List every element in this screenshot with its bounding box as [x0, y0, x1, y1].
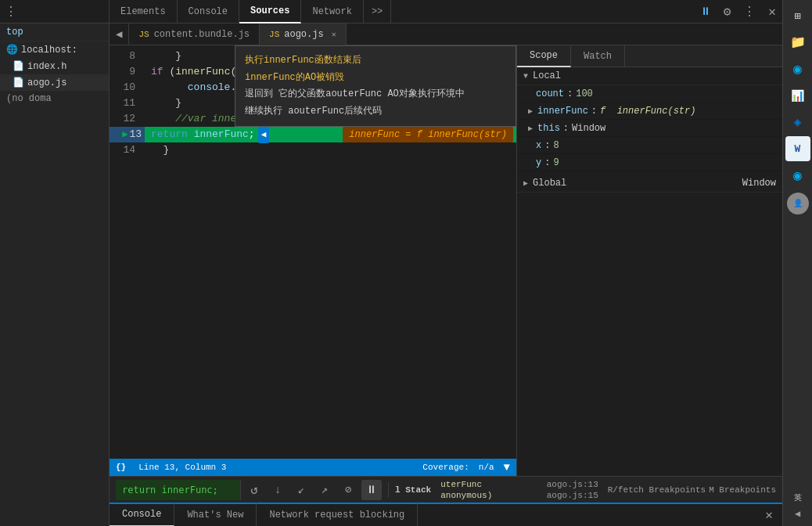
- coverage-dropdown-icon[interactable]: ▼: [504, 461, 510, 474]
- scope-val-count: 100: [576, 88, 593, 99]
- resume-btn[interactable]: ↺: [244, 480, 264, 500]
- code-line-14: 14 }: [110, 142, 516, 158]
- source-file-tabs: ◀ JS content.bundle.js JS aogo.js ✕: [110, 23, 782, 45]
- browser-sidebar-expand[interactable]: ◀: [795, 508, 800, 523]
- tooltip-line3: 退回到 它的父函数aouterFunc AO对象执行环境中: [245, 86, 506, 103]
- code-editor[interactable]: 8 } 9 if (innerFunc("3")) { 10 console.l…: [110, 45, 516, 476]
- main-tab-bar: Elements Console Sources Network >> ⏸ ⚙ …: [110, 0, 782, 23]
- pause-active-icon: ⏸: [694, 5, 717, 18]
- editor-panels-area: 8 } 9 if (innerFunc("3")) { 10 console.l…: [110, 45, 782, 476]
- scope-key-innerfunc: innerFunc: [537, 106, 588, 117]
- coverage-value: n/a: [479, 463, 494, 472]
- pause-btn[interactable]: ⏸: [361, 480, 382, 500]
- scope-entry-innerfunc[interactable]: ▶ innerFunc : f innerFunc(str): [517, 103, 782, 120]
- close-tab-icon[interactable]: ✕: [332, 30, 336, 39]
- scope-key-count: count: [536, 88, 564, 99]
- line-num-11: 11: [110, 95, 145, 111]
- scope-tab-scope[interactable]: Scope: [517, 45, 571, 67]
- tab-elements[interactable]: Elements: [110, 0, 178, 23]
- bottom-tab-console[interactable]: Console: [110, 503, 174, 526]
- tab-sources[interactable]: Sources: [239, 0, 301, 23]
- step-into-btn[interactable]: ↙: [291, 480, 311, 500]
- scope-global-header[interactable]: ▶ Global Window: [517, 175, 782, 193]
- status-bar: {} Line 13, Column 3 Coverage: n/a ▼: [110, 459, 516, 476]
- line-num-9: 9: [110, 64, 145, 80]
- anon-name: anonymous): [440, 491, 492, 500]
- scope-colon-this: :: [563, 123, 569, 134]
- browser-sidebar-lang[interactable]: 英: [794, 489, 802, 506]
- step-out-btn[interactable]: ↗: [314, 480, 335, 500]
- navigator-item-localhost[interactable]: 🌐 localhost:: [0, 41, 109, 58]
- navigator-item-index[interactable]: 📄 index.h: [0, 58, 109, 74]
- scope-entry-x: x : 8: [517, 137, 782, 154]
- browser-sidebar-icon-word[interactable]: W: [785, 136, 810, 161]
- js-bundle-icon: JS: [138, 30, 149, 39]
- format-braces-icon[interactable]: {}: [116, 463, 126, 472]
- dom-breakpoints-label: M Breakpoints: [709, 485, 776, 495]
- outerfunc-file: aogo.js:13: [547, 480, 598, 489]
- code-line-13: ▶13 return innerFunc;◀ innerFunc = f inn…: [110, 127, 516, 142]
- scope-entry-this[interactable]: ▶ this : Window: [517, 120, 782, 137]
- scope-entry-y: y : 9: [517, 154, 782, 171]
- global-value: Window: [742, 178, 776, 189]
- devtools-main: Elements Console Sources Network >> ⏸ ⚙ …: [110, 0, 782, 526]
- scope-colon-innerfunc: :: [591, 106, 597, 117]
- line-num-10: 10: [110, 80, 145, 95]
- sidebar-toggle-btn[interactable]: ◀: [110, 23, 129, 45]
- top-tab-bar: ⋮: [0, 0, 109, 23]
- html-file-icon: 📄: [13, 60, 24, 72]
- browser-sidebar-avatar[interactable]: 👤: [787, 193, 809, 214]
- line-num-8: 8: [110, 49, 145, 64]
- scope-entry-count: count : 100: [517, 85, 782, 103]
- source-tab-aogo[interactable]: JS aogo.js ✕: [260, 23, 347, 45]
- left-panel-current-code: return innerFunc;: [116, 480, 241, 500]
- anon-file: aogo.js:15: [547, 491, 598, 500]
- browser-sidebar-icon-edge2[interactable]: ◉: [785, 163, 810, 188]
- line-num-12: 12: [110, 111, 145, 127]
- tab-more[interactable]: >>: [364, 0, 391, 23]
- bottom-tab-whats-new[interactable]: What's New: [174, 503, 257, 526]
- browser-sidebar-icon-2[interactable]: 📁: [785, 30, 810, 55]
- breakpoints-label: R/fetch Breakpoints: [608, 485, 706, 495]
- navigator-item-aogo[interactable]: 📄 aogo.js: [0, 74, 109, 91]
- navigator-item-top[interactable]: top: [0, 23, 109, 41]
- inline-value-tooltip: innerFunc = f innerFunc(str): [343, 127, 513, 142]
- scope-val-this: Window: [572, 123, 605, 134]
- call-stack-item-outerfunc[interactable]: uterFunc aogo.js:13: [434, 479, 605, 490]
- deactivate-btn[interactable]: ⊘: [338, 480, 358, 500]
- bottom-tab-bar: Console What's New Network request block…: [110, 503, 782, 526]
- source-tab-bundle[interactable]: JS content.bundle.js: [129, 23, 260, 45]
- browser-sidebar-icon-vscode[interactable]: ◈: [785, 110, 810, 135]
- global-arrow-icon: ▶: [523, 178, 528, 188]
- customize-icon[interactable]: ⋮: [737, 4, 762, 20]
- execution-tooltip: 执行innerFunc函数结束后 innerFunc的AO被销毁 退回到 它的父…: [235, 45, 516, 127]
- browser-sidebar-icon-1[interactable]: ⊞: [785, 3, 810, 28]
- navigator-item-no-domain[interactable]: (no doma: [0, 91, 109, 106]
- bottom-tab-network-blocking[interactable]: Network request blocking: [257, 503, 418, 526]
- close-bottom-panel-btn[interactable]: ✕: [765, 507, 782, 523]
- innerfunc-arrow-icon: ▶: [528, 106, 533, 116]
- browser-sidebar-icon-3[interactable]: ◉: [785, 56, 810, 81]
- close-devtools-icon[interactable]: ✕: [762, 4, 782, 20]
- scope-colon-x: :: [544, 140, 550, 151]
- call-stack-item-anonymous[interactable]: anonymous) aogo.js:15: [434, 490, 605, 501]
- local-label: Local: [533, 70, 561, 81]
- scope-val-y: 9: [553, 157, 559, 168]
- toolbar-separator: [388, 482, 389, 498]
- step-over-btn[interactable]: ↓: [268, 480, 288, 500]
- scope-key-this: this: [537, 123, 560, 134]
- scope-key-y: y: [536, 157, 541, 168]
- coverage-label: Coverage:: [422, 463, 469, 472]
- scope-tab-bar: Scope Watch: [517, 45, 782, 67]
- global-label: Global: [533, 178, 566, 189]
- scope-tab-watch[interactable]: Watch: [571, 45, 625, 67]
- tooltip-line1: 执行innerFunc函数结束后: [245, 52, 506, 70]
- scope-local-header[interactable]: ▼ Local: [517, 67, 782, 85]
- tab-console[interactable]: Console: [178, 0, 239, 23]
- browser-sidebar-icon-4[interactable]: 📊: [785, 83, 810, 108]
- tab-network[interactable]: Network: [301, 0, 363, 23]
- settings-icon[interactable]: ⚙: [717, 4, 738, 20]
- more-icon[interactable]: ⋮: [0, 4, 22, 20]
- navigator-panel: ⋮ top 🌐 localhost: 📄 index.h 📄 aogo.js (…: [0, 0, 110, 526]
- scope-content-area: ▼ Local count : 100 ▶ innerFunc : f: [517, 67, 782, 476]
